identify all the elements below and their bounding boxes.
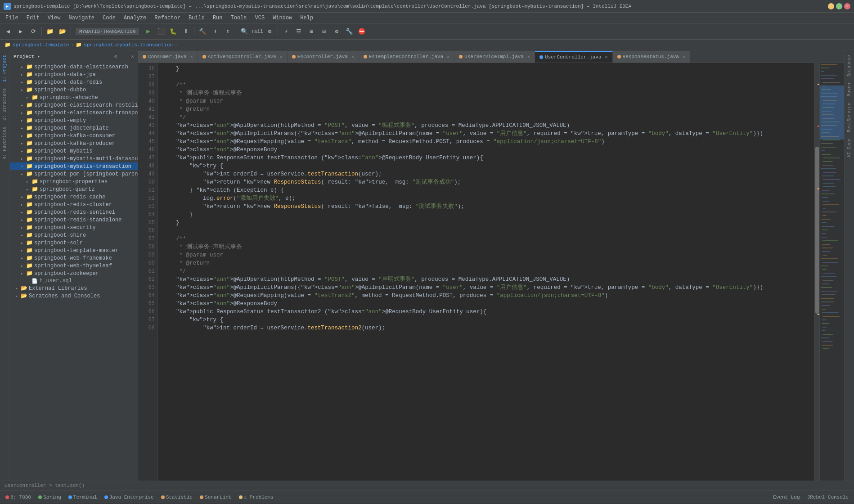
- toolbar-open[interactable]: 📂: [57, 26, 68, 37]
- editor-tab-3[interactable]: EsTemplateController.java✕: [359, 51, 454, 63]
- tab-close-4[interactable]: ✕: [527, 54, 530, 59]
- sidebar-tree-item-12[interactable]: ▸📁springboot-mybatis-mutil-datasource: [10, 155, 138, 162]
- toolbar-extra-3[interactable]: ⊞: [306, 26, 317, 37]
- menu-item-view[interactable]: View: [44, 14, 64, 22]
- menu-item-code[interactable]: Code: [99, 14, 119, 22]
- run-config-name[interactable]: MYBATIS-TRANSACTION: [76, 28, 139, 35]
- sidebar-tree-item-8[interactable]: ▸📁springboot-jdbctemplate: [10, 124, 138, 132]
- bottom-tab-6[interactable]: ⚠ Problems: [236, 493, 276, 501]
- vtab-structure[interactable]: 2: Structure: [1, 86, 8, 123]
- vtab-restservice[interactable]: RestService: [846, 100, 853, 135]
- toolbar-refresh[interactable]: ⟳: [28, 26, 39, 37]
- stop-button[interactable]: ⬛: [155, 26, 166, 37]
- toolbar-extra-1[interactable]: ⚡: [281, 26, 292, 37]
- sidebar-tree-item-17[interactable]: ▸📁springboot-redis-cache: [10, 193, 138, 201]
- bottom-tab-5[interactable]: SonarLint: [197, 494, 234, 501]
- scroll-indicator[interactable]: [814, 63, 819, 481]
- menu-item-file[interactable]: File: [2, 14, 22, 22]
- sidebar-tree-item-0[interactable]: ▸📁springboot-data-elasticsearch: [10, 63, 138, 71]
- sidebar-tree-item-4[interactable]: ▸📁springboot-ehcache: [10, 94, 138, 101]
- sidebar-tree-item-25[interactable]: ▸📁springboot-web-framemake: [10, 254, 138, 262]
- toolbar-extra-6[interactable]: 🔧: [344, 26, 355, 37]
- sidebar-tree-item-29[interactable]: ▸📂External Libraries: [10, 284, 138, 292]
- menu-item-navigate[interactable]: Navigate: [65, 14, 98, 22]
- sidebar-tree-item-19[interactable]: ▸📁springboot-redis-sentinel: [10, 208, 138, 216]
- sidebar-tree-item-24[interactable]: ▸📁springboot-template-master: [10, 247, 138, 254]
- settings-button[interactable]: ⚙: [264, 26, 275, 37]
- sidebar-tree-item-11[interactable]: ▸📁springboot-mybatis: [10, 147, 138, 155]
- toolbar-forward[interactable]: ▶: [15, 26, 26, 37]
- sidebar-tree-item-15[interactable]: ▸📁springboot-properties: [10, 178, 138, 185]
- sidebar-tree-item-7[interactable]: ▸📁springboot-empty: [10, 117, 138, 124]
- search-button[interactable]: 🔍: [239, 26, 250, 37]
- sidebar-options-icon[interactable]: ⋮: [121, 54, 126, 59]
- vtab-aicode[interactable]: AI Code: [846, 136, 853, 160]
- toolbar-extra-2[interactable]: ☰: [293, 26, 304, 37]
- sidebar-tree-item-27[interactable]: ▸📁springboot-zookeeper: [10, 270, 138, 277]
- sidebar-tree-item-28[interactable]: 📄t_user.sql: [10, 277, 138, 284]
- sidebar-tree-item-9[interactable]: ▸📁springboot-kafka-consumer: [10, 132, 138, 140]
- menu-item-help[interactable]: Help: [297, 14, 317, 22]
- bottom-tab-0[interactable]: 6: TODO: [3, 494, 34, 501]
- debug-button[interactable]: 🐛: [168, 26, 179, 37]
- sidebar-tree-item-18[interactable]: ▸📁springboot-redis-cluster: [10, 201, 138, 208]
- menu-item-analyze[interactable]: Analyze: [120, 14, 150, 22]
- editor-tab-5[interactable]: UserController.java✕: [535, 51, 612, 63]
- vtab-favorites[interactable]: 4: Favorites: [1, 124, 8, 162]
- editor-tab-4[interactable]: UserServiceImpl.java✕: [454, 51, 535, 63]
- sidebar-tree-item-3[interactable]: ▸📁springboot-dubbo: [10, 86, 138, 94]
- menu-item-vcs[interactable]: VCS: [252, 14, 269, 22]
- toolbar-extra-5[interactable]: ⚙: [331, 26, 342, 37]
- sidebar-tree-item-30[interactable]: ▸📂Scratches and Consoles: [10, 292, 138, 300]
- sidebar-tree-item-10[interactable]: ▸📁springboot-kafka-producer: [10, 140, 138, 147]
- editor-tab-0[interactable]: Consumer.java✕: [138, 51, 198, 63]
- editor-tab-1[interactable]: ActivemqController.java✕: [198, 51, 288, 63]
- close-button[interactable]: ✕: [844, 3, 850, 9]
- bottom-right-tab-1[interactable]: JRebel Console: [805, 494, 851, 501]
- sidebar-tree-item-26[interactable]: ▸📁springboot-web-thymeleaf: [10, 262, 138, 270]
- toolbar-back[interactable]: ◀: [3, 26, 13, 37]
- sidebar-tree-item-23[interactable]: ▸📁springboot-solr: [10, 239, 138, 247]
- tab-close-1[interactable]: ✕: [280, 54, 283, 59]
- build-button[interactable]: 🔨: [197, 26, 208, 37]
- sidebar-tree-item-13[interactable]: ▾📁springboot-mybatis-transaction: [10, 162, 138, 170]
- menu-item-run[interactable]: Run: [209, 14, 226, 22]
- sidebar-tree-item-14[interactable]: ▸📁springboot-pom [springboot-parent]: [10, 170, 138, 178]
- minimize-button[interactable]: ─: [828, 3, 834, 9]
- tab-close-2[interactable]: ✕: [351, 54, 354, 59]
- sidebar-gear-icon[interactable]: ⚙: [114, 54, 117, 59]
- sidebar-tree-item-16[interactable]: ▸📁springboot-quartz: [10, 185, 138, 193]
- editor-breadcrumb-text[interactable]: UserController > testJson(): [4, 483, 85, 488]
- bottom-tab-3[interactable]: Java Enterprise: [102, 494, 157, 501]
- run-button[interactable]: ▶: [143, 26, 153, 37]
- breadcrumb-item-1[interactable]: springboot-template: [13, 42, 69, 48]
- bottom-tab-1[interactable]: Spring: [36, 494, 64, 501]
- tab-close-6[interactable]: ✕: [683, 54, 685, 59]
- tab-close-0[interactable]: ✕: [190, 54, 193, 59]
- editor-tab-6[interactable]: ResponseStatus.java✕: [613, 51, 690, 63]
- update-button[interactable]: ⬆: [222, 26, 233, 37]
- minimap[interactable]: [819, 63, 844, 481]
- toolbar-extra-7[interactable]: ⛔: [356, 26, 367, 37]
- sidebar-tree-item-22[interactable]: ▸📁springboot-shiro: [10, 231, 138, 239]
- tail-button[interactable]: Tail: [252, 26, 262, 37]
- menu-item-edit[interactable]: Edit: [23, 14, 43, 22]
- menu-item-build[interactable]: Build: [185, 14, 208, 22]
- sidebar-tree-item-6[interactable]: ▸📁springboot-elasticsearch-transportclie…: [10, 109, 138, 117]
- sidebar-tree-item-21[interactable]: ▸📁springboot-security: [10, 224, 138, 231]
- bottom-right-tab-0[interactable]: Event Log: [770, 494, 802, 501]
- sidebar-tree-item-5[interactable]: ▸📁springboot-elasticsearch-restclient: [10, 101, 138, 109]
- sidebar-close-icon[interactable]: ✕: [131, 54, 134, 59]
- sidebar-tree-item-2[interactable]: ▸📁springboot-data-redis: [10, 78, 138, 86]
- bottom-tab-2[interactable]: Terminal: [66, 494, 100, 501]
- tab-close-5[interactable]: ✕: [605, 54, 608, 60]
- sidebar-tree-item-20[interactable]: ▸📁springboot-redis-standalone: [10, 216, 138, 224]
- menu-item-tools[interactable]: Tools: [227, 14, 251, 22]
- tab-close-3[interactable]: ✕: [447, 54, 449, 59]
- vtab-maven[interactable]: Maven: [846, 80, 853, 99]
- maximize-button[interactable]: □: [836, 3, 842, 9]
- vtab-database[interactable]: Database: [846, 52, 853, 79]
- rebuild-button[interactable]: ⬇: [210, 26, 220, 37]
- menu-item-refactor[interactable]: Refactor: [151, 14, 184, 22]
- toolbar-extra-4[interactable]: ⊟: [319, 26, 329, 37]
